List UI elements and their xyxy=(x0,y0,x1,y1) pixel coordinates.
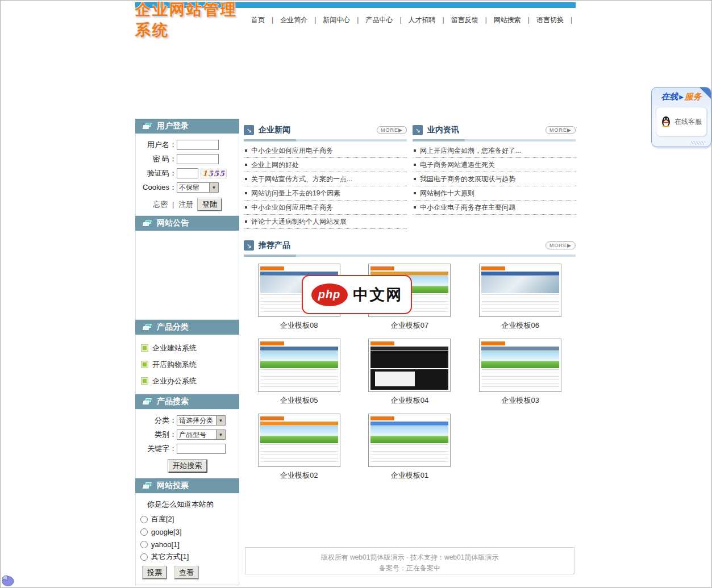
product-search-form: 分类： 请选择分类 ▼ 类别： 产品型号 ▼ 关键字： 开始搜索 xyxy=(135,410,239,478)
dropdown-arrow-icon: ▼ xyxy=(216,430,225,439)
company-news-list: 中小企业如何应用电子商务 企业上网的好处 关于网站宣传方式、方案的一点... 网… xyxy=(244,144,407,229)
password-input[interactable] xyxy=(177,154,219,164)
poll-radio[interactable] xyxy=(140,528,148,536)
thumb-banner xyxy=(481,351,559,368)
cookies-select[interactable]: 不保留 ▼ xyxy=(177,182,219,193)
news-item-label: 评论十大通病制约个人网站发展 xyxy=(251,217,347,227)
nav-item[interactable]: 新闻中心 xyxy=(319,15,362,25)
poll-option-label: 百度[2] xyxy=(151,514,174,524)
search-type-select[interactable]: 产品型号 ▼ xyxy=(177,429,226,440)
username-input[interactable] xyxy=(177,140,219,150)
chat-bubble-icon xyxy=(143,482,152,490)
thumb-body xyxy=(370,444,448,465)
product-name: 企业模板04 xyxy=(368,392,451,410)
recommended-products-section: ↘ 推荐产品 MORE▶ 企业模板08 xyxy=(244,238,576,485)
qq-service-label: 在线客服 xyxy=(674,117,702,127)
captcha-input[interactable] xyxy=(177,168,198,178)
chat-bubble-icon xyxy=(143,220,152,227)
product-name: 企业模板06 xyxy=(479,317,561,335)
products-more-button[interactable]: MORE▶ xyxy=(546,241,576,249)
news-item[interactable]: 关于网站宣传方式、方案的一点... xyxy=(244,172,407,186)
news-item[interactable]: 中小企业如何应用电子商务 xyxy=(244,144,407,158)
search-category-value: 请选择分类 xyxy=(177,416,216,426)
product-card[interactable]: 企业模板04 xyxy=(368,339,451,410)
dropdown-arrow-icon: ▼ xyxy=(216,416,225,425)
nav-item[interactable]: 语言切换 xyxy=(533,15,576,25)
news-item[interactable]: 中小企业如何应用电子商务 xyxy=(244,201,407,215)
thumb-body xyxy=(260,369,338,390)
news-item[interactable]: 评论十大通病制约个人网站发展 xyxy=(244,215,407,229)
thumb-logo-bar xyxy=(481,266,559,271)
category-item[interactable]: 开店购物系统 xyxy=(141,356,233,373)
notice-content-empty xyxy=(135,231,239,320)
news-item-label: 网站制作十大原则 xyxy=(420,189,474,198)
news-item[interactable]: 网上开店淘金如潮，您准备好了... xyxy=(413,144,576,158)
categories-section-header: 产品分类 xyxy=(135,320,239,335)
thumb-logo-bar xyxy=(370,341,448,346)
news-item[interactable]: 网站制作十大原则 xyxy=(413,186,576,201)
poll-option[interactable]: yahoo[1] xyxy=(140,538,234,551)
thumb-banner xyxy=(370,426,448,443)
news-item-label: 企业上网的好处 xyxy=(251,160,299,170)
news-item[interactable]: 电子商务网站遭遇生死关 xyxy=(413,158,576,172)
forgot-password-link[interactable]: 忘密 xyxy=(153,199,168,210)
search-button[interactable]: 开始搜索 xyxy=(168,460,207,472)
service-title-left: 在线 xyxy=(661,91,678,102)
industry-news-list: 网上开店淘金如潮，您准备好了... 电子商务网站遭遇生死关 我国电子商务的发展现… xyxy=(413,144,576,215)
news-item[interactable]: 企业上网的好处 xyxy=(244,158,407,172)
poll-option[interactable]: 其它方式[1] xyxy=(140,551,234,563)
chat-bubble-icon xyxy=(143,324,152,331)
captcha-image[interactable]: 1555 xyxy=(201,169,227,178)
news-item[interactable]: 我国电子商务的发展现状与趋势 xyxy=(413,172,576,186)
product-card[interactable]: 企业模板02 xyxy=(258,414,340,485)
site-logo[interactable]: 企业网站管理系统 xyxy=(135,0,248,40)
poll-option-label: google[3] xyxy=(151,528,182,536)
thumb-banner xyxy=(260,426,338,443)
product-card[interactable]: 企业模板05 xyxy=(258,339,340,410)
thumb-banner xyxy=(260,351,338,368)
view-results-button[interactable]: 查看 xyxy=(174,566,198,579)
product-card[interactable]: 企业模板03 xyxy=(479,339,561,410)
php-logo-badge: php xyxy=(311,283,348,306)
company-news-title: 企业新闻 xyxy=(259,125,372,135)
poll-option[interactable]: 百度[2] xyxy=(140,513,234,526)
product-card[interactable]: 企业模板01 xyxy=(368,414,451,485)
poll-section-header: 网站投票 xyxy=(135,478,239,494)
industry-news-more-button[interactable]: MORE▶ xyxy=(546,126,576,134)
news-item[interactable]: 网站访问量上不去的19个因素 xyxy=(244,186,407,201)
thumb-nav-bar xyxy=(370,422,448,426)
nav-item[interactable]: 人才招聘 xyxy=(405,15,448,25)
register-link[interactable]: 注册 xyxy=(178,199,193,210)
poll-form: 你是怎么知道本站的 百度[2] google[3] yahoo[1] xyxy=(135,494,239,585)
products-title: 推荐产品 xyxy=(259,240,541,251)
thumb-body xyxy=(481,294,559,315)
thumb-logo-bar xyxy=(260,266,338,271)
login-button[interactable]: 登陆 xyxy=(198,198,222,211)
poll-radio[interactable] xyxy=(140,516,148,523)
nav-item[interactable]: 企业简介 xyxy=(277,15,319,25)
poll-option-label: 其它方式[1] xyxy=(151,552,189,562)
poll-radio[interactable] xyxy=(140,553,148,561)
product-card[interactable]: 企业模板06 xyxy=(479,264,561,335)
news-item[interactable]: 中小企业电子商务存在主要问题 xyxy=(413,201,576,215)
section-underline xyxy=(244,139,407,141)
keyword-input[interactable] xyxy=(177,444,226,454)
search-category-select[interactable]: 请选择分类 ▼ xyxy=(177,415,226,426)
nav-item[interactable]: 产品中心 xyxy=(362,15,405,25)
product-name: 企业模板01 xyxy=(368,467,451,485)
thumb-nav-bar xyxy=(260,422,338,426)
nav-item[interactable]: 留言反馈 xyxy=(448,15,490,25)
icp-line: 备案号：正在备案中 xyxy=(245,563,574,574)
news-item-label: 我国电子商务的发展现状与趋势 xyxy=(420,174,515,184)
company-news-more-button[interactable]: MORE▶ xyxy=(377,126,407,134)
nav-item[interactable]: 网站搜索 xyxy=(490,15,533,25)
poll-radio[interactable] xyxy=(140,541,148,548)
nav-item[interactable]: 首页 xyxy=(248,15,277,25)
poll-option[interactable]: google[3] xyxy=(140,526,234,538)
vote-button[interactable]: 投票 xyxy=(143,566,166,579)
category-item[interactable]: 企业办公系统 xyxy=(141,373,233,389)
category-bullet-icon xyxy=(141,361,148,368)
news-item-label: 网站访问量上不去的19个因素 xyxy=(251,189,340,198)
category-item[interactable]: 企业建站系统 xyxy=(141,340,233,356)
qq-service-link[interactable]: 在线客服 xyxy=(656,107,707,136)
